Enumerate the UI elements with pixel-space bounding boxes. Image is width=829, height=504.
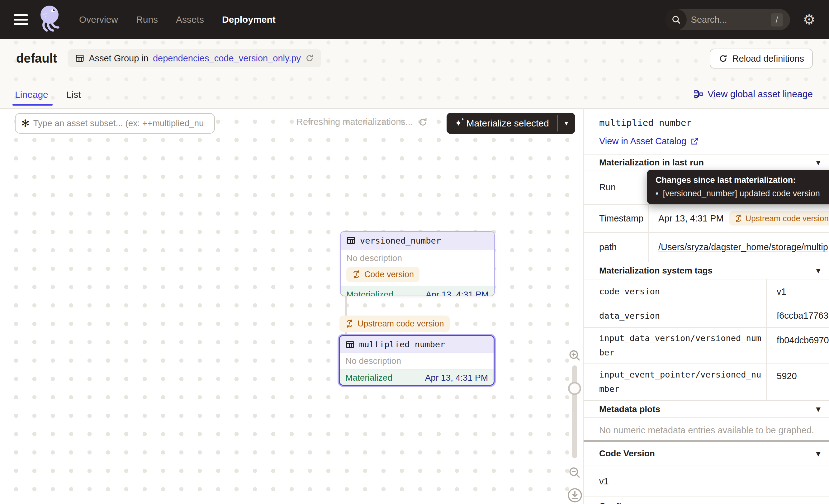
asset-name: versioned_number — [360, 236, 441, 246]
search-shortcut-key: / — [771, 13, 783, 27]
tag-key: input_event_pointer/versioned_number — [584, 363, 767, 400]
collapse-caret-icon[interactable]: ▾ — [816, 449, 820, 459]
tab-lineage[interactable]: Lineage — [15, 89, 48, 108]
asset-group-badge: Asset Group in dependencies_code_version… — [68, 49, 321, 67]
view-tabs: Lineage List — [15, 89, 81, 108]
tag-key: code_version — [584, 279, 767, 304]
section-divider — [584, 440, 829, 442]
asset-group-file-link[interactable]: dependencies_code_version_only.py — [153, 53, 301, 64]
nav-overview[interactable]: Overview — [79, 14, 118, 25]
code-version-changed-icon — [352, 270, 361, 279]
refresh-icon[interactable] — [418, 117, 428, 127]
materialized-status: Materialized — [346, 290, 393, 296]
asset-subset-filter[interactable]: ✻ — [15, 113, 215, 134]
tag-value: v1 — [767, 287, 786, 297]
reload-definitions-button[interactable]: Reload definitions — [710, 48, 813, 69]
asset-graph-canvas[interactable]: ✻ Refreshing materializations... ✦✦ Mate… — [0, 109, 583, 504]
tag-value: 5920 — [767, 371, 797, 381]
zoom-out-icon[interactable] — [568, 466, 581, 479]
asset-subset-icon: ✻ — [21, 118, 30, 128]
collapse-caret-icon[interactable]: ▾ — [816, 404, 820, 414]
search-input[interactable] — [691, 15, 760, 25]
table-icon — [346, 340, 355, 349]
tooltip-title: Changes since last materialization: — [655, 175, 828, 185]
asset-detail-panel: multiplied_number View in Asset Catalog … — [583, 109, 829, 504]
asset-description: No description — [346, 253, 489, 263]
asset-description: No description — [346, 356, 488, 366]
menu-icon[interactable] — [14, 14, 28, 25]
nav-assets[interactable]: Assets — [176, 14, 204, 25]
materialized-timestamp: Apr 13, 4:31 PM — [426, 290, 489, 296]
timestamp-value[interactable]: Apr 13, 4:31 PM — [658, 213, 724, 224]
code-version-changed-icon — [734, 214, 743, 222]
collapse-caret-icon[interactable]: ▾ — [816, 266, 820, 275]
tag-row-data-version: data_version f6ccba177638 — [584, 304, 829, 327]
lineage-graph-icon — [694, 89, 703, 99]
section-system-tags[interactable]: Materialization system tags ▾ — [584, 262, 829, 279]
zoom-slider-track[interactable] — [572, 365, 577, 458]
external-link-icon — [690, 137, 699, 146]
run-label: Run — [584, 170, 649, 204]
view-in-asset-catalog-link[interactable]: View in Asset Catalog — [599, 136, 699, 146]
table-icon — [75, 53, 84, 63]
tag-key: data_version — [584, 304, 767, 327]
settings-gear-icon[interactable]: ⚙ — [803, 13, 815, 27]
code-version-changed-icon — [345, 319, 354, 328]
asset-name: multiplied_number — [359, 339, 445, 349]
materialized-timestamp: Apr 13, 4:31 PM — [425, 373, 488, 383]
tag-row-input-event-pointer: input_event_pointer/versioned_number 592… — [584, 363, 829, 400]
tag-key: input_data_version/versioned_number — [584, 328, 767, 363]
changes-tooltip: Changes since last materialization: • [v… — [647, 170, 829, 204]
tag-row-code-version: code_version v1 — [584, 279, 829, 304]
tag-value: f6ccba177638 — [767, 311, 829, 321]
search-icon — [665, 9, 687, 30]
bullet-icon: • — [655, 189, 658, 199]
page-header: default Asset Group in dependencies_code… — [0, 39, 829, 109]
refresh-icon[interactable] — [305, 54, 314, 63]
code-version-tag[interactable]: Code version — [346, 267, 420, 282]
panel-asset-name: multiplied_number — [599, 117, 692, 128]
asset-node-versioned-number[interactable]: versioned_number No description Code ver… — [340, 231, 495, 296]
upstream-code-version-tag[interactable]: Upstream code version — [339, 316, 450, 332]
timestamp-label: Timestamp — [584, 205, 649, 232]
asset-subset-input[interactable] — [33, 118, 209, 128]
materialize-selected-button[interactable]: ✦✦ Materialize selected ▾ — [446, 113, 575, 134]
section-config[interactable]: Config — [584, 497, 829, 504]
page-title: default — [16, 51, 57, 65]
materialize-dropdown-caret[interactable]: ▾ — [558, 113, 575, 134]
nav-runs[interactable]: Runs — [136, 14, 158, 25]
metadata-plots-empty-message: No numeric metadata entries available to… — [599, 425, 814, 435]
asset-node-multiplied-number[interactable]: multiplied_number No description Materia… — [339, 335, 495, 386]
tag-row-input-data-version: input_data_version/versioned_number fb04… — [584, 327, 829, 363]
table-icon — [346, 236, 356, 245]
path-value-link[interactable]: /Users/sryza/dagster_home/storage/multip — [658, 242, 828, 252]
zoom-slider-handle[interactable] — [568, 382, 581, 395]
reload-icon — [718, 54, 728, 63]
tooltip-item: • [versioned_number] updated code versio… — [655, 189, 828, 199]
dagster-logo[interactable] — [37, 4, 62, 35]
section-metadata-plots[interactable]: Metadata plots ▾ — [584, 400, 829, 418]
collapse-caret-icon[interactable]: ▾ — [816, 157, 820, 167]
section-materialization-last-run[interactable]: Materialization in last run ▾ — [584, 154, 829, 170]
tag-value: fb04dcb6970 — [767, 335, 829, 346]
asset-group-label: Asset Group in — [89, 53, 149, 64]
upstream-code-version-tag[interactable]: Upstream code version — [729, 211, 829, 225]
sparkle-icon: ✦✦ — [455, 119, 462, 128]
materialized-status: Materialized — [346, 373, 392, 383]
tab-list[interactable]: List — [66, 89, 81, 108]
refresh-status: Refreshing materializations... — [296, 117, 428, 127]
section-code-version[interactable]: Code Version ▾ — [584, 442, 829, 465]
code-version-value: v1 — [599, 476, 609, 487]
nav-items: Overview Runs Assets Deployment — [79, 14, 276, 25]
path-row: path /Users/sryza/dagster_home/storage/m… — [584, 232, 829, 262]
top-nav: Overview Runs Assets Deployment / ⚙ — [0, 0, 829, 39]
timestamp-row: Timestamp Apr 13, 4:31 PM Upstream code … — [584, 204, 829, 232]
path-label: path — [584, 233, 649, 262]
view-global-asset-lineage-link[interactable]: View global asset lineage — [694, 89, 813, 99]
zoom-in-icon[interactable] — [568, 349, 581, 362]
nav-deployment[interactable]: Deployment — [222, 14, 276, 25]
global-search[interactable]: / — [665, 9, 790, 30]
download-graph-icon[interactable] — [567, 488, 583, 503]
